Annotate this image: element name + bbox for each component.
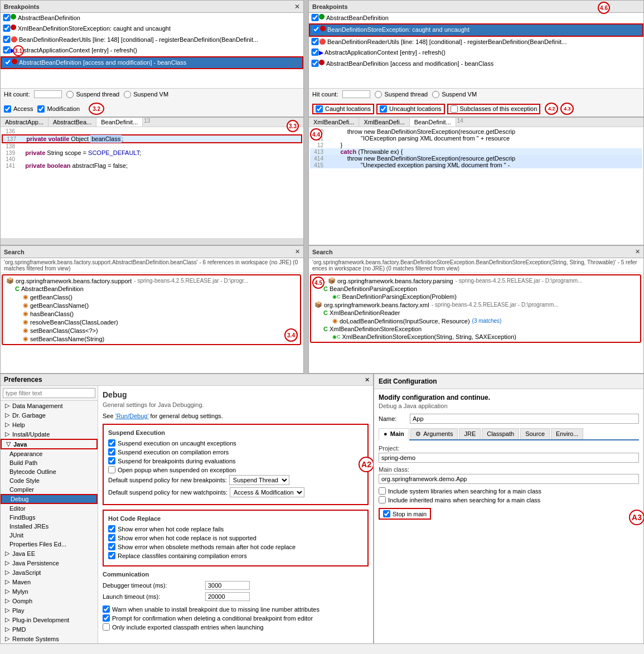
tree-item-pkg[interactable]: 📦 org.springframework.beans.factory.supp… bbox=[4, 277, 299, 285]
suspend-policy-select[interactable]: Suspend Thread Suspend VM bbox=[229, 475, 289, 485]
tree-item-class-r[interactable]: C BeanDefinitionParsingException bbox=[312, 285, 639, 293]
bp-checkbox[interactable] bbox=[312, 26, 320, 33]
prefs-search-input[interactable] bbox=[3, 388, 95, 398]
include-inherited-mains-checkbox[interactable] bbox=[379, 496, 386, 503]
pref-node-javascript[interactable]: ▷JavaScript bbox=[1, 568, 98, 577]
pref-node-remote-systems[interactable]: ▷Remote Systems bbox=[1, 634, 98, 643]
bp-checkbox[interactable] bbox=[311, 60, 319, 67]
suspend-breakpoints-checkbox[interactable] bbox=[108, 457, 115, 464]
search-close-left[interactable]: ✕ bbox=[295, 248, 300, 255]
tab-abstractapp[interactable]: AbstractApp... bbox=[1, 118, 49, 127]
launch-timeout-input[interactable] bbox=[205, 592, 250, 601]
bp-checkbox[interactable] bbox=[311, 14, 319, 21]
pref-node-oomph[interactable]: ▷Oomph bbox=[1, 596, 98, 605]
project-input[interactable] bbox=[379, 453, 639, 463]
hcr-error-fails-checkbox[interactable] bbox=[108, 525, 115, 532]
suspend-vm-radio[interactable] bbox=[124, 91, 131, 98]
tree-item-method[interactable]: ◉ setBeanClassName(String) bbox=[4, 335, 299, 343]
bp-item[interactable]: 🔴BeanDefinitionReaderUtils [line: 148] [… bbox=[309, 37, 643, 47]
tab-beandefinit-r[interactable]: BeanDefinit... bbox=[410, 118, 456, 127]
pref-node-play[interactable]: ▷Play bbox=[1, 605, 98, 615]
bp-checkbox[interactable] bbox=[311, 49, 319, 56]
tab-xmlbeandefi2[interactable]: XmlBeanDefi... bbox=[359, 118, 409, 127]
prompt-conditional-checkbox[interactable] bbox=[103, 614, 110, 622]
tree-item-method[interactable]: ◉ resolveBeanClass(ClassLoader) bbox=[4, 318, 299, 326]
hit-count-input-r[interactable] bbox=[342, 90, 370, 98]
pref-node-code-style[interactable]: Code Style bbox=[1, 476, 98, 485]
pref-node-install-update[interactable]: ▷Install/Update bbox=[1, 429, 98, 439]
pref-node-build-path[interactable]: Build Path bbox=[1, 458, 98, 467]
pref-node-appearance[interactable]: Appearance bbox=[1, 449, 98, 458]
tree-item-method[interactable]: ◉ getBeanClass() bbox=[4, 293, 299, 301]
tab-environ[interactable]: Enviro... bbox=[551, 428, 583, 439]
pref-node-help[interactable]: ▷Help bbox=[1, 420, 98, 429]
pref-node-compiler[interactable]: Compiler bbox=[1, 485, 98, 494]
tab-abstractbea[interactable]: AbstractBea... bbox=[49, 118, 96, 127]
pref-node-bytecode[interactable]: Bytecode Outline bbox=[1, 467, 98, 476]
bp-checkbox[interactable] bbox=[4, 59, 12, 66]
prefs-close[interactable]: ✕ bbox=[365, 376, 370, 384]
pref-node-maven[interactable]: ▷Maven bbox=[1, 577, 98, 587]
pref-node-data-management[interactable]: ▷Data Management bbox=[1, 401, 98, 410]
bp-item[interactable]: 🔴BeanDefinitionReaderUtils [line: 148] [… bbox=[1, 35, 303, 45]
tree-item-method[interactable]: ◉ setBeanClass(Class<?>) bbox=[4, 326, 299, 335]
pref-node-pmd[interactable]: ▷PMD bbox=[1, 624, 98, 634]
scrollbar-h[interactable] bbox=[1, 238, 303, 245]
tree-item-pkg-r[interactable]: 📦 org.springframework.beans.factory.pars… bbox=[326, 277, 639, 285]
pref-node-java-ee[interactable]: ▷Java EE bbox=[1, 549, 98, 558]
bp-item[interactable]: AbstractBeanDefinition [access and modif… bbox=[309, 59, 643, 69]
open-popup-checkbox[interactable] bbox=[108, 466, 115, 473]
bp-checkbox[interactable] bbox=[311, 38, 319, 45]
include-system-libs-checkbox[interactable] bbox=[379, 487, 386, 495]
search-close-right[interactable]: ✕ bbox=[635, 248, 640, 255]
tree-item-subclass-r[interactable]: ◉C BeanDefinitionParsingException(Proble… bbox=[312, 293, 639, 301]
suspend-thread-radio[interactable] bbox=[66, 91, 74, 98]
pref-node-debug[interactable]: Debug bbox=[1, 494, 98, 504]
pref-node-mylyn[interactable]: ▷Mylyn bbox=[1, 587, 98, 596]
hcr-error-not-supported-checkbox[interactable] bbox=[108, 534, 115, 541]
hcr-error-obsolete-checkbox[interactable] bbox=[108, 543, 115, 550]
pref-node-properties-files[interactable]: Properties Files Ed... bbox=[1, 540, 98, 549]
pref-node-junit[interactable]: JUnit bbox=[1, 531, 98, 540]
bp-item[interactable]: ▶AbstractApplicationContext [entry] - re… bbox=[1, 45, 303, 56]
hit-count-input[interactable] bbox=[34, 90, 62, 98]
pref-node-java[interactable]: ▽Java bbox=[1, 439, 98, 449]
bp-item-selected[interactable]: AbstractBeanDefinition [access and modif… bbox=[1, 56, 303, 69]
tab-source[interactable]: Source bbox=[520, 428, 550, 439]
debugger-timeout-input[interactable] bbox=[205, 581, 250, 590]
uncaught-checkbox[interactable] bbox=[380, 105, 387, 113]
tab-main[interactable]: ● Main bbox=[379, 428, 409, 440]
caught-checkbox[interactable] bbox=[316, 105, 323, 113]
tree-item-method[interactable]: ◉ getBeanClassName() bbox=[4, 301, 299, 309]
bp-checkbox[interactable] bbox=[3, 36, 11, 43]
close-icon-left[interactable]: ✕ bbox=[294, 3, 300, 11]
pref-node-installed-jres[interactable]: Installed JREs bbox=[1, 522, 98, 531]
tab-jre[interactable]: JRE bbox=[459, 428, 481, 439]
run-debug-link[interactable]: 'Run/Debug' bbox=[115, 413, 149, 419]
bp-item[interactable]: XmlBeanDefinitionStoreException: caught … bbox=[1, 23, 303, 34]
tree-item-class[interactable]: C AbstractBeanDefinition bbox=[4, 285, 299, 293]
subclasses-checkbox[interactable] bbox=[451, 105, 458, 113]
pref-node-findbugs[interactable]: FindBugs bbox=[1, 513, 98, 522]
bp-checkbox[interactable] bbox=[3, 46, 11, 54]
bp-item[interactable]: ▶AbstractApplicationContext [entry] - re… bbox=[309, 47, 643, 58]
pref-node-dr-garbage[interactable]: ▷Dr. Garbage bbox=[1, 410, 98, 420]
suspend-thread-radio-r[interactable] bbox=[375, 91, 382, 98]
tab-beandefinit[interactable]: BeanDefinit... bbox=[96, 118, 143, 127]
bp-checkbox[interactable] bbox=[3, 25, 11, 32]
watch-policy-select[interactable]: Access & Modification Access Modificatio… bbox=[230, 487, 304, 497]
suspend-vm-radio-r[interactable] bbox=[432, 91, 439, 98]
tab-arguments[interactable]: ⚙ Arguments bbox=[410, 428, 458, 439]
tree-item-pkg2-r[interactable]: 📦 org.springframework.beans.factory.xml … bbox=[312, 301, 639, 309]
modification-checkbox[interactable] bbox=[37, 105, 45, 113]
bp-item[interactable]: AbstractBeanDefinition bbox=[309, 13, 643, 23]
hcr-replace-classfiles-checkbox[interactable] bbox=[108, 552, 115, 559]
tab-classpath[interactable]: Classpath bbox=[482, 428, 519, 439]
bp-item[interactable]: AbstractBeanDefinition bbox=[1, 13, 303, 23]
tree-item-subclass2-r[interactable]: ◉C XmlBeanDefinitionStoreException(Strin… bbox=[312, 333, 639, 341]
stop-in-main-checkbox[interactable] bbox=[383, 510, 390, 517]
pref-node-plug-in-dev[interactable]: ▷Plug-in Development bbox=[1, 615, 98, 624]
tree-item-method2-r[interactable]: ◉ doLoadBeanDefinitions(InputSource, Res… bbox=[312, 317, 639, 325]
access-checkbox[interactable] bbox=[4, 105, 11, 113]
suspend-compilation-checkbox[interactable] bbox=[108, 448, 115, 456]
